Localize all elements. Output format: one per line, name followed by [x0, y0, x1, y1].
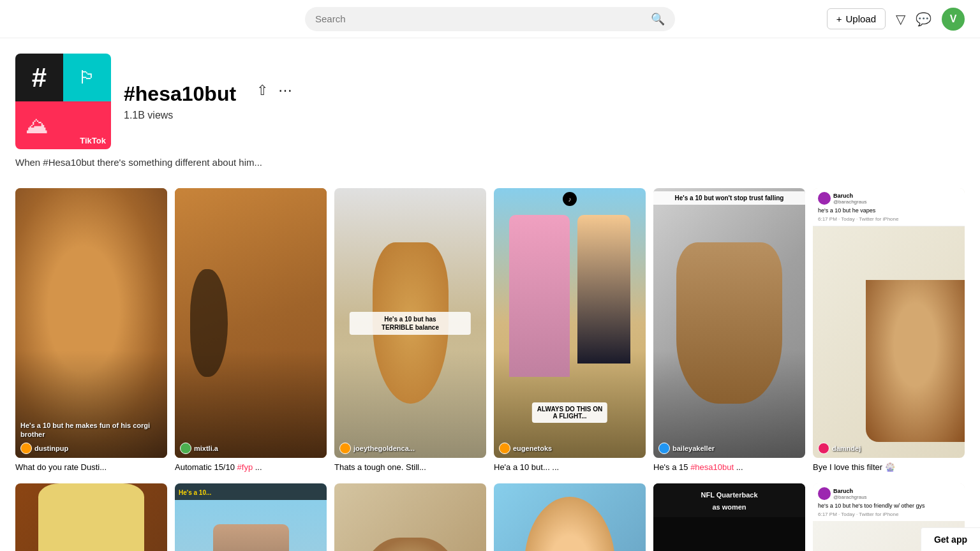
hashtag-section: # 🏳 ⛰ TikTok #hesa10but 1.1B views ⇧ ⋯ W… — [0, 38, 980, 178]
video-card-1[interactable]: He's a 10 but he makes fun of his corgi … — [15, 188, 167, 473]
video-grid-row1: He's a 10 but he makes fun of his corgi … — [0, 178, 980, 483]
video-title-6: Bye I love this filter 🎡 — [813, 462, 965, 473]
video-thumbnail-6: Baruch @barachgraus he's a 10 but he vap… — [813, 188, 965, 458]
video-author-3: joeythegoldenca... — [339, 443, 415, 454]
video-author-1: dustinpup — [20, 443, 68, 454]
author-avatar-4 — [499, 443, 510, 454]
tiktok-label: TikTok — [80, 136, 106, 145]
mountain-icon: ⛰ — [26, 112, 48, 139]
more-options-button[interactable]: ⋯ — [278, 82, 292, 99]
video-thumbnail-5: He's a 10 but won't stop trust falling b… — [653, 188, 805, 458]
video-author-2: mixtli.a — [180, 443, 218, 454]
filter-icon[interactable]: ▽ — [896, 11, 905, 27]
hash-symbol: # — [32, 62, 47, 93]
get-app-banner[interactable]: Get app — [921, 527, 980, 551]
video-title-5: He's a 15 #hesa10but ... — [653, 462, 805, 473]
plus-icon: + — [836, 13, 842, 24]
video-title-3: Thats a tough one. Still... — [334, 462, 486, 473]
video-thumbnail-1: He's a 10 but he makes fun of his corgi … — [15, 188, 167, 458]
author-avatar-5 — [658, 443, 670, 454]
caption-box-4: ALWAYS DO THIS ONA FLIGHT... — [532, 402, 607, 423]
video-thumbnail-8: He's a 10... — [175, 483, 327, 551]
video-card-2[interactable]: mixtli.a Automatic 15/10 #fyp ... — [175, 188, 327, 473]
hashtag-top: # 🏳 ⛰ TikTok #hesa10but 1.1B views ⇧ ⋯ — [15, 54, 965, 149]
top-text-8: He's a 10... — [175, 483, 327, 500]
video-card-5[interactable]: He's a 10 but won't stop trust falling b… — [653, 188, 805, 473]
logo-quadrant-hash: # — [15, 54, 63, 101]
author-avatar-2 — [180, 443, 191, 454]
video-grid-row2: He's a 10... — [0, 483, 980, 551]
logo-quadrant-mountain: ⛰ TikTok — [15, 101, 111, 149]
video-author-5: baileyakeller — [658, 443, 715, 454]
hashtag-views: 1.1B views — [124, 110, 236, 121]
video-thumbnail-11: NFL Quarterbackas women — [653, 483, 805, 551]
video-title-2: Automatic 15/10 #fyp ... — [175, 462, 327, 473]
top-text-11: NFL Quarterbackas women — [653, 483, 805, 517]
video-card-7[interactable] — [15, 483, 167, 551]
video-thumbnail-2: mixtli.a — [175, 188, 327, 458]
upload-button[interactable]: + Upload — [827, 8, 886, 29]
author-avatar-6 — [818, 443, 829, 454]
video-card-3[interactable]: He's a 10 but hasTERRIBLE balance joeyth… — [334, 188, 486, 473]
video-card-8[interactable]: He's a 10... — [175, 483, 327, 551]
video-thumbnail-3: He's a 10 but hasTERRIBLE balance joeyth… — [334, 188, 486, 458]
top-text-5: He's a 10 but won't stop trust falling — [653, 191, 805, 205]
hashtag-info: #hesa10but 1.1B views — [124, 82, 236, 121]
video-card-4[interactable]: ALWAYS DO THIS ONA FLIGHT... ♪ eugenetok… — [494, 188, 646, 473]
caption-box-3: He's a 10 but hasTERRIBLE balance — [350, 312, 471, 335]
hashtag-actions: ⇧ ⋯ — [256, 82, 292, 99]
logo-quadrant-flag: 🏳 — [63, 54, 111, 101]
video-title-1: What do you rate Dusti... — [15, 462, 167, 473]
hashtag-logo: # 🏳 ⛰ TikTok — [15, 54, 111, 149]
video-card-11[interactable]: NFL Quarterbackas women — [653, 483, 805, 551]
search-icon: 🔍 — [651, 12, 665, 26]
video-thumbnail-9 — [334, 483, 486, 551]
video-thumbnail-10 — [494, 483, 646, 551]
author-avatar-3 — [339, 443, 351, 454]
video-overlay-text-1: He's a 10 but he makes fun of his corgi … — [20, 421, 162, 439]
video-author-4: eugenetoks — [499, 443, 552, 454]
tweet-box-12: Baruch @barachgraus he's a 10 but he's t… — [813, 483, 965, 521]
author-avatar-1 — [20, 443, 32, 454]
inbox-icon[interactable]: 💬 — [916, 11, 932, 27]
video-title-4: He'a a 10 but... ... — [494, 462, 646, 473]
search-bar[interactable]: 🔍 — [305, 7, 675, 31]
video-author-6: damndej — [818, 443, 861, 454]
tweet-box-6: Baruch @barachgraus he's a 10 but he vap… — [813, 188, 965, 226]
header-actions: + Upload ▽ 💬 V — [827, 8, 965, 31]
hashtag-description: When #Hesa10but there's something differ… — [15, 157, 965, 168]
video-card-10[interactable] — [494, 483, 646, 551]
video-thumbnail-7 — [15, 483, 167, 551]
flag-icon: 🏳 — [78, 67, 96, 88]
header: 🔍 + Upload ▽ 💬 V — [0, 0, 980, 38]
avatar[interactable]: V — [942, 8, 965, 31]
search-input[interactable] — [315, 13, 646, 24]
video-card-6[interactable]: Baruch @barachgraus he's a 10 but he vap… — [813, 188, 965, 473]
video-thumbnail-4: ALWAYS DO THIS ONA FLIGHT... ♪ eugenetok… — [494, 188, 646, 458]
share-button[interactable]: ⇧ — [256, 82, 268, 99]
tiktok-icon-4: ♪ — [563, 192, 577, 206]
hashtag-title: #hesa10but — [124, 82, 236, 106]
video-card-9[interactable] — [334, 483, 486, 551]
